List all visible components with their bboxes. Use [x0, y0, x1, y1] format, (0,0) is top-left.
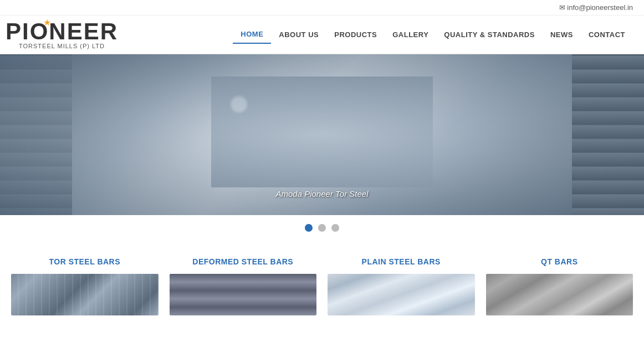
- plain-steel-title: PLAIN STEEL BARS: [328, 257, 475, 266]
- slider-dot-1[interactable]: [305, 224, 313, 232]
- slider-dots: [0, 215, 644, 241]
- nav-quality[interactable]: QUALITY & STANDARDS: [436, 26, 543, 43]
- top-bar: ✉ info@pioneersteel.in: [0, 0, 644, 16]
- products-grid: TOR STEEL BARS DEFORMED STEEL BARS PLAIN…: [11, 257, 633, 315]
- header: ★ PIONEER TORSTEEL MILLS (P) LTD HOME AB…: [0, 16, 644, 54]
- logo-company-name: PIONEER: [6, 20, 118, 43]
- product-tor-steel: TOR STEEL BARS: [11, 257, 159, 315]
- tor-steel-image[interactable]: [11, 274, 159, 315]
- deformed-steel-title: DEFORMED STEEL BARS: [170, 257, 317, 266]
- email-link[interactable]: info@pioneersteel.in: [567, 3, 633, 12]
- tor-steel-title: TOR STEEL BARS: [11, 257, 159, 266]
- logo-wrapper: ★ PIONEER TORSTEEL MILLS (P) LTD: [6, 20, 118, 49]
- logo-area: ★ PIONEER TORSTEEL MILLS (P) LTD: [6, 20, 118, 49]
- plain-steel-image[interactable]: [328, 274, 475, 315]
- email-icon: ✉: [559, 3, 565, 12]
- deformed-steel-image[interactable]: [170, 274, 317, 315]
- nav-news[interactable]: NEWS: [543, 26, 581, 43]
- nav-products[interactable]: PRODUCTS: [326, 26, 385, 43]
- slider-dot-2[interactable]: [318, 224, 326, 232]
- product-deformed-steel: DEFORMED STEEL BARS: [170, 257, 317, 315]
- qt-bars-image[interactable]: [486, 274, 633, 315]
- right-bars-visual: [572, 54, 644, 215]
- hero-slider: Amoda Pioneer Tor Steel: [0, 54, 644, 215]
- nav-gallery[interactable]: GALLERY: [385, 26, 436, 43]
- logo-text: PIONEER TORSTEEL MILLS (P) LTD: [6, 20, 118, 49]
- products-section: TOR STEEL BARS DEFORMED STEEL BARS PLAIN…: [0, 241, 644, 327]
- main-nav: HOME ABOUT US PRODUCTS GALLERY QUALITY &…: [233, 26, 633, 44]
- nav-about[interactable]: ABOUT US: [271, 26, 326, 43]
- product-qt-bars: QT BARS: [486, 257, 633, 315]
- slider-dot-3[interactable]: [331, 224, 339, 232]
- hero-caption: Amoda Pioneer Tor Steel: [275, 189, 368, 198]
- product-plain-steel: PLAIN STEEL BARS: [328, 257, 475, 315]
- nav-home[interactable]: HOME: [233, 26, 271, 44]
- nav-contact[interactable]: CONTACT: [581, 26, 633, 43]
- qt-bars-title: QT BARS: [486, 257, 633, 266]
